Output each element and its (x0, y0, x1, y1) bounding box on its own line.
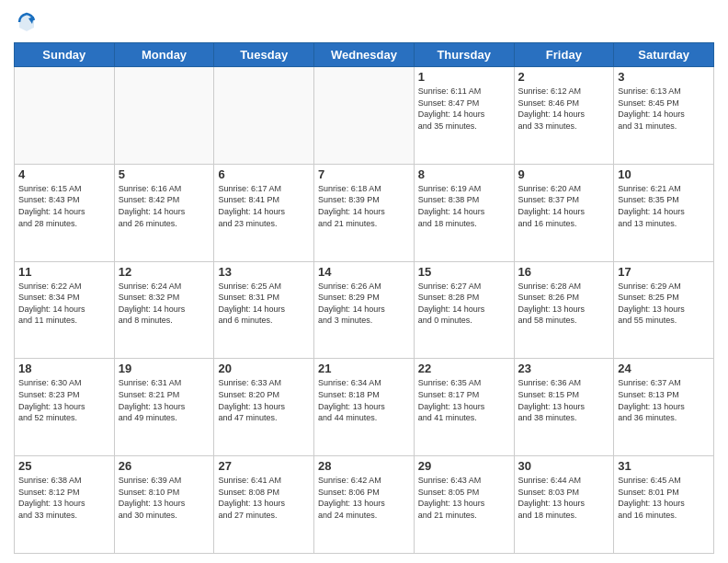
day-number: 28 (318, 459, 410, 473)
day-info: Sunrise: 6:20 AM Sunset: 8:37 PM Dayligh… (518, 183, 610, 229)
calendar-day-cell: 10Sunrise: 6:21 AM Sunset: 8:35 PM Dayli… (614, 164, 714, 261)
calendar-day-cell: 31Sunrise: 6:45 AM Sunset: 8:01 PM Dayli… (614, 456, 714, 554)
calendar-week-row: 4Sunrise: 6:15 AM Sunset: 8:43 PM Daylig… (15, 164, 714, 261)
day-info: Sunrise: 6:19 AM Sunset: 8:38 PM Dayligh… (418, 183, 510, 229)
calendar-day-cell: 18Sunrise: 6:30 AM Sunset: 8:23 PM Dayli… (15, 359, 115, 456)
day-info: Sunrise: 6:39 AM Sunset: 8:10 PM Dayligh… (119, 475, 210, 521)
calendar-day-cell: 23Sunrise: 6:36 AM Sunset: 8:15 PM Dayli… (514, 359, 614, 456)
day-info: Sunrise: 6:17 AM Sunset: 8:41 PM Dayligh… (218, 183, 310, 229)
header (14, 9, 714, 35)
day-number: 4 (18, 167, 110, 181)
day-number: 23 (518, 362, 610, 375)
calendar-day-cell: 5Sunrise: 6:16 AM Sunset: 8:42 PM Daylig… (114, 164, 214, 261)
day-of-week-header: Friday (514, 43, 614, 67)
day-number: 9 (518, 167, 610, 181)
day-info: Sunrise: 6:12 AM Sunset: 8:46 PM Dayligh… (518, 86, 610, 132)
logo (14, 9, 43, 35)
day-info: Sunrise: 6:42 AM Sunset: 8:06 PM Dayligh… (318, 475, 410, 521)
day-of-week-header: Saturday (614, 43, 714, 67)
day-number: 3 (618, 70, 710, 84)
day-info: Sunrise: 6:30 AM Sunset: 8:23 PM Dayligh… (18, 377, 110, 423)
day-number: 25 (18, 459, 110, 473)
calendar-day-cell: 17Sunrise: 6:29 AM Sunset: 8:25 PM Dayli… (614, 261, 714, 359)
calendar-day-cell: 30Sunrise: 6:44 AM Sunset: 8:03 PM Dayli… (514, 456, 614, 554)
calendar-day-cell (314, 67, 415, 165)
day-of-week-header: Sunday (15, 43, 115, 67)
calendar-day-cell: 1Sunrise: 6:11 AM Sunset: 8:47 PM Daylig… (414, 67, 514, 165)
day-info: Sunrise: 6:21 AM Sunset: 8:35 PM Dayligh… (618, 183, 710, 229)
day-number: 21 (318, 362, 410, 375)
day-info: Sunrise: 6:28 AM Sunset: 8:26 PM Dayligh… (518, 281, 610, 327)
day-number: 6 (218, 167, 310, 181)
day-info: Sunrise: 6:43 AM Sunset: 8:05 PM Dayligh… (418, 475, 510, 521)
day-number: 12 (119, 265, 210, 279)
calendar-week-row: 11Sunrise: 6:22 AM Sunset: 8:34 PM Dayli… (15, 261, 714, 359)
calendar-day-cell: 9Sunrise: 6:20 AM Sunset: 8:37 PM Daylig… (514, 164, 614, 261)
day-info: Sunrise: 6:11 AM Sunset: 8:47 PM Dayligh… (418, 86, 510, 132)
calendar-week-row: 1Sunrise: 6:11 AM Sunset: 8:47 PM Daylig… (15, 67, 714, 165)
day-number: 19 (119, 362, 210, 375)
day-info: Sunrise: 6:16 AM Sunset: 8:42 PM Dayligh… (119, 183, 210, 229)
calendar-day-cell: 11Sunrise: 6:22 AM Sunset: 8:34 PM Dayli… (15, 261, 115, 359)
calendar-day-cell: 13Sunrise: 6:25 AM Sunset: 8:31 PM Dayli… (214, 261, 314, 359)
day-number: 30 (518, 459, 610, 473)
day-number: 15 (418, 265, 510, 279)
day-info: Sunrise: 6:36 AM Sunset: 8:15 PM Dayligh… (518, 377, 610, 423)
day-info: Sunrise: 6:26 AM Sunset: 8:29 PM Dayligh… (318, 281, 410, 327)
calendar-day-cell: 24Sunrise: 6:37 AM Sunset: 8:13 PM Dayli… (614, 359, 714, 456)
day-of-week-header: Wednesday (314, 43, 415, 67)
day-info: Sunrise: 6:33 AM Sunset: 8:20 PM Dayligh… (218, 377, 310, 423)
calendar-day-cell: 26Sunrise: 6:39 AM Sunset: 8:10 PM Dayli… (114, 456, 214, 554)
day-of-week-header: Thursday (414, 43, 514, 67)
calendar-day-cell: 8Sunrise: 6:19 AM Sunset: 8:38 PM Daylig… (414, 164, 514, 261)
day-info: Sunrise: 6:22 AM Sunset: 8:34 PM Dayligh… (18, 281, 110, 327)
day-number: 24 (618, 362, 710, 375)
day-number: 8 (418, 167, 510, 181)
calendar-day-cell (214, 67, 314, 165)
calendar-day-cell: 3Sunrise: 6:13 AM Sunset: 8:45 PM Daylig… (614, 67, 714, 165)
day-number: 7 (318, 167, 410, 181)
day-number: 16 (518, 265, 610, 279)
day-info: Sunrise: 6:18 AM Sunset: 8:39 PM Dayligh… (318, 183, 410, 229)
day-number: 2 (518, 70, 610, 84)
day-number: 1 (418, 70, 510, 84)
day-info: Sunrise: 6:15 AM Sunset: 8:43 PM Dayligh… (18, 183, 110, 229)
calendar-day-cell: 6Sunrise: 6:17 AM Sunset: 8:41 PM Daylig… (214, 164, 314, 261)
calendar-day-cell: 28Sunrise: 6:42 AM Sunset: 8:06 PM Dayli… (314, 456, 415, 554)
day-info: Sunrise: 6:37 AM Sunset: 8:13 PM Dayligh… (618, 377, 710, 423)
calendar-day-cell: 14Sunrise: 6:26 AM Sunset: 8:29 PM Dayli… (314, 261, 415, 359)
day-number: 10 (618, 167, 710, 181)
day-info: Sunrise: 6:24 AM Sunset: 8:32 PM Dayligh… (119, 281, 210, 327)
day-number: 27 (218, 459, 310, 473)
calendar-header-row: SundayMondayTuesdayWednesdayThursdayFrid… (15, 43, 714, 67)
day-number: 31 (618, 459, 710, 473)
day-info: Sunrise: 6:35 AM Sunset: 8:17 PM Dayligh… (418, 377, 510, 423)
day-info: Sunrise: 6:27 AM Sunset: 8:28 PM Dayligh… (418, 281, 510, 327)
day-number: 11 (18, 265, 110, 279)
day-number: 20 (218, 362, 310, 375)
day-info: Sunrise: 6:31 AM Sunset: 8:21 PM Dayligh… (119, 377, 210, 423)
calendar-day-cell: 25Sunrise: 6:38 AM Sunset: 8:12 PM Dayli… (15, 456, 115, 554)
calendar-day-cell: 12Sunrise: 6:24 AM Sunset: 8:32 PM Dayli… (114, 261, 214, 359)
calendar-day-cell: 16Sunrise: 6:28 AM Sunset: 8:26 PM Dayli… (514, 261, 614, 359)
day-of-week-header: Tuesday (214, 43, 314, 67)
calendar-day-cell: 19Sunrise: 6:31 AM Sunset: 8:21 PM Dayli… (114, 359, 214, 456)
calendar-week-row: 25Sunrise: 6:38 AM Sunset: 8:12 PM Dayli… (15, 456, 714, 554)
day-info: Sunrise: 6:13 AM Sunset: 8:45 PM Dayligh… (618, 86, 710, 132)
day-number: 13 (218, 265, 310, 279)
calendar-day-cell: 29Sunrise: 6:43 AM Sunset: 8:05 PM Dayli… (414, 456, 514, 554)
page: SundayMondayTuesdayWednesdayThursdayFrid… (0, 0, 728, 563)
calendar-day-cell: 27Sunrise: 6:41 AM Sunset: 8:08 PM Dayli… (214, 456, 314, 554)
day-of-week-header: Monday (114, 43, 214, 67)
calendar-day-cell: 7Sunrise: 6:18 AM Sunset: 8:39 PM Daylig… (314, 164, 415, 261)
calendar-week-row: 18Sunrise: 6:30 AM Sunset: 8:23 PM Dayli… (15, 359, 714, 456)
calendar-table: SundayMondayTuesdayWednesdayThursdayFrid… (14, 42, 714, 554)
day-number: 17 (618, 265, 710, 279)
day-info: Sunrise: 6:34 AM Sunset: 8:18 PM Dayligh… (318, 377, 410, 423)
day-number: 18 (18, 362, 110, 375)
day-number: 22 (418, 362, 510, 375)
day-info: Sunrise: 6:25 AM Sunset: 8:31 PM Dayligh… (218, 281, 310, 327)
day-info: Sunrise: 6:29 AM Sunset: 8:25 PM Dayligh… (618, 281, 710, 327)
calendar-day-cell: 2Sunrise: 6:12 AM Sunset: 8:46 PM Daylig… (514, 67, 614, 165)
day-number: 26 (119, 459, 210, 473)
